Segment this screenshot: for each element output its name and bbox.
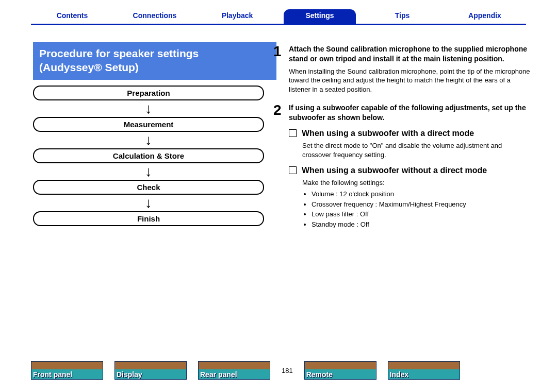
sub-detail: Set the direct mode to "On" and disable … [302, 141, 531, 160]
stage-calculation: Calculation & Store [33, 148, 264, 163]
step-bold-text: If using a subwoofer capable of the foll… [289, 104, 526, 122]
arrow-down-icon: ↓ [33, 195, 264, 211]
title-line1: Procedure for speaker settings [39, 46, 270, 60]
step-body: Attach the Sound calibration microphone … [289, 44, 531, 94]
tab-tips[interactable]: Tips [361, 10, 444, 24]
settings-list: Volume : 12 o'clock position Crossover f… [302, 190, 531, 229]
page-number: 181 [282, 367, 293, 374]
stage-measurement: Measurement [33, 117, 264, 132]
page-title: Procedure for speaker settings (Audyssey… [33, 42, 276, 80]
footer-label: Front panel [33, 370, 72, 379]
steps-column: 1 Attach the Sound calibration microphon… [273, 44, 531, 239]
square-bullet-icon [289, 166, 297, 174]
footer-label: Display [117, 370, 142, 379]
tab-settings[interactable]: Settings [278, 10, 361, 24]
arrow-down-icon: ↓ [33, 132, 264, 148]
flow-diagram: Preparation ↓ Measurement ↓ Calculation … [33, 86, 264, 226]
stage-check: Check [33, 180, 264, 195]
footer-nav: Front panel Display Rear panel 181 Remot… [31, 360, 526, 381]
footer-index[interactable]: Index [388, 361, 460, 380]
footer-label: Rear panel [200, 370, 237, 379]
footer-label: Remote [306, 370, 333, 379]
sub-heading-direct: When using a subwoofer with a direct mod… [289, 128, 531, 139]
list-item: Volume : 12 o'clock position [312, 190, 531, 199]
arrow-down-icon: ↓ [33, 100, 264, 117]
step-2: 2 If using a subwoofer capable of the fo… [273, 103, 531, 230]
step-detail: When installing the Sound calibration mi… [289, 67, 531, 94]
step-number: 1 [273, 44, 289, 94]
square-bullet-icon [289, 129, 297, 137]
step-bold-text: Attach the Sound calibration microphone … [289, 45, 527, 63]
stage-finish: Finish [33, 211, 264, 226]
stage-preparation: Preparation [33, 86, 264, 100]
sub-title: When using a subwoofer without a direct … [302, 165, 487, 176]
footer-remote[interactable]: Remote [304, 361, 376, 380]
footer-front-panel[interactable]: Front panel [31, 361, 103, 380]
list-item: Standby mode : Off [312, 220, 531, 229]
tab-connections[interactable]: Connections [113, 10, 196, 24]
tab-playback[interactable]: Playback [196, 10, 278, 24]
sub-intro: Make the following settings: [302, 178, 531, 188]
sub-heading-nodirect: When using a subwoofer without a direct … [289, 165, 531, 176]
tab-contents[interactable]: Contents [31, 10, 113, 24]
step-body: If using a subwoofer capable of the foll… [289, 103, 531, 230]
top-nav: Contents Connections Playback Settings T… [31, 10, 526, 25]
footer-label: Index [390, 370, 409, 379]
step-number: 2 [273, 103, 289, 230]
list-item: Low pass filter : Off [312, 210, 531, 219]
footer-display[interactable]: Display [114, 361, 187, 380]
footer-rear-panel[interactable]: Rear panel [198, 361, 270, 380]
sub-title: When using a subwoofer with a direct mod… [302, 128, 474, 139]
list-item: Crossover frequency : Maximum/Highest Fr… [312, 200, 531, 209]
step-1: 1 Attach the Sound calibration microphon… [273, 44, 531, 94]
arrow-down-icon: ↓ [33, 163, 264, 180]
title-line2: (Audyssey® Setup) [39, 60, 270, 74]
tab-appendix[interactable]: Appendix [444, 10, 526, 24]
